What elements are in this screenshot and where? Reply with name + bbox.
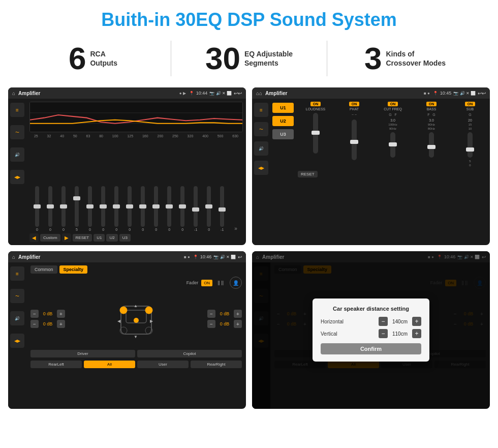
db4-minus[interactable]: −: [207, 320, 215, 328]
eq-slider-14[interactable]: 0: [207, 186, 211, 231]
eq-slider-12[interactable]: 0: [180, 186, 184, 231]
back-icon-2[interactable]: ↩: [478, 91, 486, 96]
all-btn[interactable]: All: [84, 361, 135, 368]
amp-bal-btn[interactable]: ◀▶: [254, 161, 268, 175]
db2-minus[interactable]: −: [30, 320, 39, 328]
db4-value: 0 dB: [217, 321, 232, 326]
u3-button[interactable]: U3: [272, 129, 294, 139]
phat-on[interactable]: ON: [349, 102, 360, 106]
fader-filter-btn[interactable]: ≡: [10, 266, 24, 281]
u1-button[interactable]: U1: [272, 103, 294, 113]
eq-slider-13[interactable]: -1: [194, 186, 198, 231]
db1-plus[interactable]: +: [57, 310, 65, 318]
db1-minus[interactable]: −: [30, 310, 39, 318]
eq-slider-2[interactable]: 0: [48, 186, 52, 231]
eq-main: 25 32 40 50 63 80 100 125 160 200 250 32…: [26, 99, 246, 245]
phat-slider[interactable]: [352, 120, 357, 160]
eq-filter-btn[interactable]: ≡: [10, 103, 24, 117]
rearright-btn[interactable]: RearRight: [191, 361, 242, 368]
eq-slider-8[interactable]: 0: [128, 186, 132, 231]
back-icon-3[interactable]: ↩: [238, 254, 242, 260]
common-tab[interactable]: Common: [30, 265, 57, 274]
eq-balance-btn[interactable]: ◀▶: [10, 170, 24, 184]
db-row-3: − 0 dB +: [207, 310, 242, 318]
confirm-button[interactable]: Confirm: [321, 343, 421, 354]
phat-label: PHAT: [350, 107, 359, 111]
driver-btn[interactable]: Driver: [30, 350, 135, 357]
cutfreq-slider[interactable]: [390, 132, 395, 158]
vertical-minus[interactable]: −: [379, 329, 388, 338]
eq-slider-10[interactable]: 0: [154, 186, 158, 231]
home-icon-3[interactable]: ⌂: [12, 254, 15, 260]
fader-on-toggle[interactable]: ON: [201, 280, 212, 286]
db4-plus[interactable]: +: [234, 320, 242, 328]
u2-btn[interactable]: U2: [106, 234, 117, 242]
u1-btn[interactable]: U1: [94, 234, 105, 242]
horizontal-plus[interactable]: +: [412, 317, 421, 326]
horizontal-minus[interactable]: −: [379, 317, 388, 326]
fader-wave-btn[interactable]: 〜: [10, 289, 24, 303]
bass-on[interactable]: ON: [426, 102, 437, 106]
loudness-control: ON LOUDNESS: [298, 102, 333, 167]
db2-plus[interactable]: +: [57, 320, 65, 328]
loc-icon-2: 📍: [433, 91, 438, 96]
bass-label: BASS: [427, 107, 437, 111]
fader-left-sidebar: ≡ 〜 🔊 ◀▶: [8, 262, 26, 409]
back-icon[interactable]: ↩: [234, 91, 242, 96]
sub-on[interactable]: ON: [465, 102, 476, 106]
u2-button[interactable]: U2: [272, 116, 294, 126]
custom-btn[interactable]: Custom: [40, 234, 60, 242]
amp-wave-btn[interactable]: 〜: [254, 122, 268, 136]
eq-slider-11[interactable]: 0: [167, 186, 171, 231]
eq-wave-btn[interactable]: 〜: [10, 125, 24, 139]
sub-slider[interactable]: [468, 132, 473, 158]
reset-btn[interactable]: RESET: [73, 234, 92, 242]
eq-slider-6[interactable]: 0: [101, 186, 105, 231]
eq-slider-4[interactable]: 5: [75, 186, 79, 231]
fader-vol-btn[interactable]: 🔊: [10, 311, 24, 325]
horizontal-label: Horizontal: [321, 319, 351, 324]
dialog-title: Car speaker distance setting: [321, 306, 421, 312]
stat-eq: 30 EQ Adjustable Segments: [176, 43, 322, 74]
fader-screen-panel: ⌂ Amplifier ■ ● 📍 10:46 📷 🔊 ✕ ⬜ ↩ ≡ 〜 🔊 …: [8, 251, 246, 409]
screen1-time: 10:44: [196, 91, 208, 96]
loudness-on[interactable]: ON: [310, 102, 321, 106]
screen2-title: Amplifier: [265, 91, 421, 96]
home-icon-2[interactable]: ⌂: [256, 91, 262, 96]
u3-btn[interactable]: U3: [119, 234, 131, 242]
prev-arrow[interactable]: ◀: [29, 233, 39, 242]
rearleft-btn[interactable]: RearLeft: [30, 361, 82, 368]
copilot-btn[interactable]: Copilot: [137, 350, 242, 357]
db3-minus[interactable]: −: [207, 310, 215, 318]
horizontal-control: − 140cm +: [379, 317, 421, 326]
home-icon[interactable]: [12, 91, 15, 96]
specialty-tab[interactable]: Specialty: [59, 265, 88, 274]
person-icon: 👤: [230, 277, 242, 289]
eq-volume-btn[interactable]: 🔊: [10, 147, 24, 162]
eq-sliders: 0 0 0 5 0: [29, 139, 243, 231]
vertical-label: Vertical: [321, 331, 351, 337]
vertical-plus[interactable]: +: [412, 329, 421, 338]
fader-bal-btn[interactable]: ◀▶: [10, 334, 24, 348]
amp-reset-btn[interactable]: RESET: [298, 171, 318, 177]
eq-slider-1[interactable]: 0: [35, 186, 39, 231]
fader-label: Fader: [186, 280, 199, 285]
svg-text:▲: ▲: [134, 304, 138, 308]
eq-slider-9[interactable]: 0: [141, 186, 145, 231]
bass-slider[interactable]: [429, 132, 434, 158]
next-arrow[interactable]: ▶: [62, 233, 71, 242]
db3-plus[interactable]: +: [234, 310, 242, 318]
cutfreq-on[interactable]: ON: [388, 102, 398, 106]
screen3-title: Amplifier: [18, 254, 181, 260]
amp-vol-btn[interactable]: 🔊: [254, 141, 268, 156]
amp-filter-btn[interactable]: ≡: [254, 103, 268, 117]
car-diagram: ▲ ▼ ◀ ▶: [108, 291, 164, 347]
eq-slider-3[interactable]: 0: [61, 186, 66, 231]
user-btn[interactable]: User: [137, 361, 189, 368]
loudness-slider[interactable]: [313, 113, 318, 154]
eq-slider-7[interactable]: 0: [114, 186, 118, 231]
stat-rca-label: RCA Outputs: [90, 49, 117, 68]
screen2-topbar: ⌂ Amplifier ■ ● 📍 10:45 📷 🔊 ✕ ⬜ ↩: [252, 87, 490, 99]
eq-slider-15[interactable]: -1: [220, 186, 224, 231]
eq-slider-5[interactable]: 0: [88, 186, 92, 231]
